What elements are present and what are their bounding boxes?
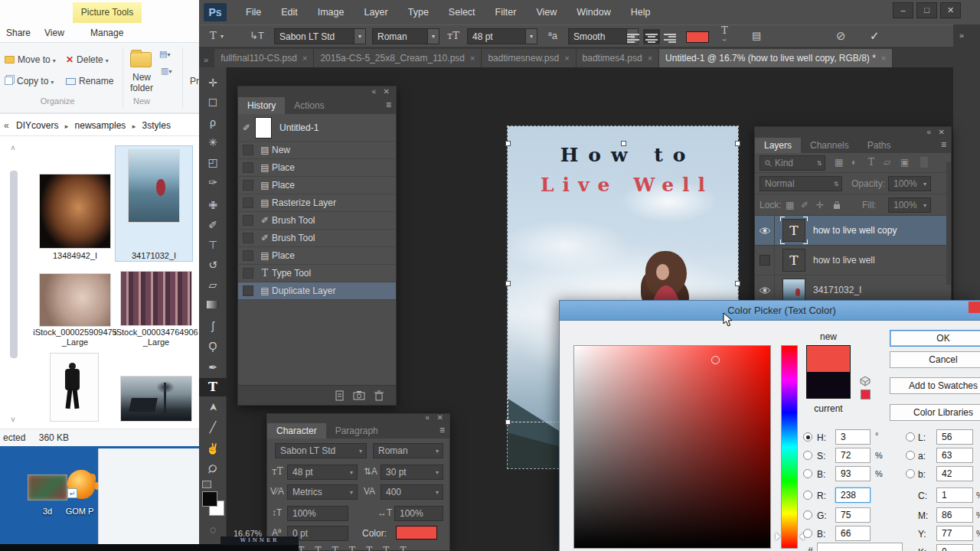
- ok-button[interactable]: OK: [890, 330, 980, 347]
- hue-slider[interactable]: [781, 345, 798, 549]
- file-thumbnail-istock-25909475[interactable]: [40, 274, 110, 326]
- history-source-icon[interactable]: ✐: [238, 122, 255, 133]
- radio-lab-b[interactable]: [906, 469, 915, 478]
- history-step[interactable]: ▤New: [238, 142, 396, 159]
- radio-r[interactable]: [803, 491, 812, 500]
- b-input[interactable]: 93: [835, 466, 871, 481]
- chevron-down-icon[interactable]: ▾: [354, 29, 365, 44]
- close-panel-icon[interactable]: ✕: [939, 128, 945, 136]
- dialog-titlebar[interactable]: Color Picker (Text Color): [560, 301, 980, 321]
- radio-h[interactable]: [803, 432, 812, 442]
- tabbar-grip-icon[interactable]: »: [199, 55, 214, 67]
- chevron-down-icon[interactable]: ▾: [427, 29, 439, 44]
- lasso-tool[interactable]: ρ: [199, 113, 227, 132]
- layer-row[interactable]: T how to live well: [755, 246, 951, 276]
- menu-layer[interactable]: Layer: [354, 0, 397, 24]
- transform-handle[interactable]: [505, 419, 511, 425]
- history-source-checkbox[interactable]: [243, 250, 253, 261]
- text-orientation-icon[interactable]: ↳T: [250, 30, 264, 41]
- line-tool[interactable]: ╱: [199, 418, 227, 436]
- layer-visibility-toggle[interactable]: [755, 216, 775, 245]
- s-input[interactable]: 72: [835, 448, 871, 463]
- chevron-down-icon[interactable]: ▾: [920, 202, 930, 209]
- tab-paths[interactable]: Paths: [858, 138, 900, 153]
- radio-g[interactable]: [803, 510, 812, 520]
- breadcrumb-item-3styles[interactable]: 3styles: [142, 120, 171, 131]
- fill-input[interactable]: 100%▾: [888, 197, 931, 213]
- panel-menu-icon[interactable]: ≡: [941, 139, 946, 150]
- document-tab[interactable]: fullfinal110-CS.psd×: [214, 49, 314, 67]
- m-input[interactable]: 86: [936, 507, 973, 523]
- document-tab[interactable]: badtimesnew.psd×: [482, 49, 576, 67]
- history-source-checkbox[interactable]: [243, 215, 253, 226]
- chevron-down-icon[interactable]: ▾: [920, 181, 930, 187]
- picture-tools-tab[interactable]: Picture Tools: [73, 2, 142, 23]
- a-input[interactable]: 63: [936, 448, 973, 463]
- layer-thumbnail-image[interactable]: [782, 279, 805, 302]
- collapse-panel-icon[interactable]: «: [371, 87, 376, 96]
- text-color-swatch[interactable]: [686, 31, 709, 43]
- tab-actions[interactable]: Actions: [285, 97, 333, 114]
- breadcrumb-item-diycovers[interactable]: DIYcovers: [16, 120, 58, 131]
- color-field-marker[interactable]: [711, 356, 720, 364]
- collapse-panel-icon[interactable]: «: [926, 128, 931, 136]
- history-step[interactable]: ▤Place: [238, 177, 396, 194]
- copy-to-button[interactable]: Copy to▾: [5, 73, 54, 89]
- document-tab[interactable]: badtimes4.psd×: [577, 49, 659, 67]
- add-to-swatches-button[interactable]: Add to Swatches: [890, 377, 980, 394]
- chevron-down-icon[interactable]: ▾: [346, 469, 357, 476]
- file-thumbnail-13484942[interactable]: [40, 174, 110, 248]
- new-snapshot-icon[interactable]: [353, 390, 365, 401]
- close-panel-icon[interactable]: ✕: [384, 87, 390, 96]
- k-input[interactable]: 0: [936, 544, 973, 551]
- menu-file[interactable]: File: [236, 0, 271, 24]
- menu-image[interactable]: Image: [308, 0, 354, 24]
- transform-handle[interactable]: [505, 281, 511, 286]
- minimize-button[interactable]: –: [893, 2, 913, 18]
- swap-colors-icon[interactable]: [202, 481, 211, 488]
- char-font-family-select[interactable]: Sabon LT Std▾: [275, 443, 367, 458]
- layer-row-selected[interactable]: T how to live well copy: [755, 216, 951, 246]
- align-left-button[interactable]: [625, 29, 642, 44]
- foreground-color-swatch[interactable]: [202, 491, 217, 507]
- hex-input[interactable]: [817, 543, 903, 551]
- align-center-button[interactable]: [643, 29, 660, 44]
- spin-icon[interactable]: ⇅: [814, 160, 825, 167]
- history-step-selected[interactable]: ▤Duplicate Layer: [238, 282, 396, 300]
- file-thumbnail-istock-34764906[interactable]: [121, 272, 191, 325]
- radio-s[interactable]: [803, 451, 812, 460]
- collapse-panel-icon[interactable]: «: [425, 413, 430, 422]
- history-source-checkbox[interactable]: [243, 180, 253, 191]
- chevron-down-icon[interactable]: ▾: [432, 469, 443, 476]
- align-right-button[interactable]: [662, 29, 678, 44]
- breadcrumb-back-icon[interactable]: «: [4, 120, 9, 131]
- layer-thumbnail-type[interactable]: T: [782, 249, 805, 272]
- b2-input[interactable]: 66: [835, 526, 871, 541]
- history-step[interactable]: ▤Place: [238, 247, 396, 265]
- warp-text-icon[interactable]: T⌣: [721, 27, 728, 43]
- panel-menu-icon[interactable]: ≡: [386, 99, 391, 110]
- delete-state-icon[interactable]: [374, 390, 384, 401]
- font-style-select[interactable]: Roman▾: [372, 28, 439, 44]
- web-color-cube-icon[interactable]: [860, 376, 871, 386]
- marquee-tool[interactable]: ☐: [199, 93, 227, 112]
- tab-close-icon[interactable]: ×: [881, 54, 886, 63]
- filter-pixel-icon[interactable]: ▦: [835, 157, 843, 168]
- char-font-style-select[interactable]: Roman▾: [373, 443, 443, 458]
- tab-paragraph[interactable]: Paragraph: [326, 423, 387, 439]
- chevron-down-icon[interactable]: ▾: [220, 33, 224, 40]
- filter-type-icon[interactable]: T: [868, 157, 874, 168]
- healing-brush-tool[interactable]: ✙: [199, 196, 227, 214]
- tab-channels[interactable]: Channels: [801, 138, 858, 153]
- move-tool[interactable]: ✛: [199, 73, 227, 92]
- expand-panels-icon[interactable]: »: [959, 31, 964, 40]
- menu-window[interactable]: Window: [567, 0, 620, 24]
- char-vertical-scale-input[interactable]: 100%: [287, 506, 348, 521]
- c-input[interactable]: 1: [936, 487, 973, 503]
- font-family-select[interactable]: Sabon LT Std▾: [274, 28, 366, 44]
- smudge-tool[interactable]: ʃ: [199, 317, 227, 335]
- new-folder-button[interactable]: Newfolder: [124, 72, 159, 95]
- g-input[interactable]: 75: [835, 507, 871, 523]
- file-thumbnail-34171032[interactable]: [129, 150, 179, 222]
- tab-close-icon[interactable]: ×: [470, 54, 475, 63]
